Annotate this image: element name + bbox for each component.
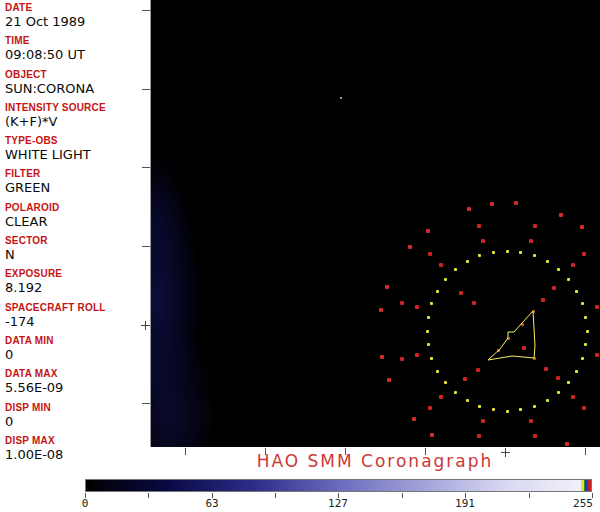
field-label: DISP MIN <box>5 402 150 414</box>
field-value: 21 Oct 1989 <box>5 14 150 30</box>
colorbar-tick-label: 0 <box>82 497 89 510</box>
field-value: 0 <box>5 414 150 430</box>
left-axis-tick <box>142 167 150 168</box>
left-axis-tick <box>142 403 150 404</box>
field-value: N <box>5 247 150 263</box>
field-label: SPACECRAFT ROLL <box>5 302 150 314</box>
field-value: 8.192 <box>5 280 150 296</box>
field-label: DATA MAX <box>5 368 150 380</box>
colorbar-tick-label: 127 <box>328 497 348 510</box>
field-value: CLEAR <box>5 214 150 230</box>
colorbar-tick <box>148 493 149 498</box>
image-title: HAO SMM Coronagraph <box>150 451 600 471</box>
field-data-min: DATA MIN 0 <box>0 335 150 368</box>
field-label: INTENSITY SOURCE <box>5 102 150 114</box>
field-object: OBJECT SUN:CORONA <box>0 69 150 102</box>
field-sector: SECTOR N <box>0 235 150 268</box>
coronagraph-viewer-window: DATE 21 Oct 1989 TIME 09:08:50 UT OBJECT… <box>0 0 600 512</box>
field-spacecraft-roll: SPACECRAFT ROLL -174 <box>0 302 150 335</box>
field-label: DATE <box>5 2 150 14</box>
colorbar-end-stripe <box>584 480 585 491</box>
colorbar-end-stripe <box>581 480 584 491</box>
field-time: TIME 09:08:50 UT <box>0 35 150 68</box>
field-value: 1.00E-08 <box>5 447 150 463</box>
field-label: EXPOSURE <box>5 268 150 280</box>
field-value: 5.56E-09 <box>5 380 150 396</box>
field-value: SUN:CORONA <box>5 81 150 97</box>
field-disp-min: DISP MIN 0 <box>0 402 150 435</box>
metadata-sidebar: DATE 21 Oct 1989 TIME 09:08:50 UT OBJECT… <box>0 0 150 462</box>
field-label: DATA MIN <box>5 335 150 347</box>
field-date: DATE 21 Oct 1989 <box>0 2 150 35</box>
colorbar-tick <box>402 493 403 498</box>
field-value: 09:08:50 UT <box>5 47 150 63</box>
field-type-obs: TYPE-OBS WHITE LIGHT <box>0 135 150 168</box>
colorbar-gradient <box>86 480 591 491</box>
colorbar-tick <box>275 493 276 498</box>
field-label: TYPE-OBS <box>5 135 150 147</box>
field-intensity-source: INTENSITY SOURCE (K+F)*V <box>0 102 150 135</box>
colorbar-tick <box>529 493 530 498</box>
left-axis-tick <box>142 246 150 247</box>
sector-outline <box>151 0 600 447</box>
field-label: FILTER <box>5 168 150 180</box>
field-label: SECTOR <box>5 235 150 247</box>
field-value: (K+F)*V <box>5 114 150 130</box>
field-value: -174 <box>5 314 150 330</box>
field-disp-max: DISP MAX 1.00E-08 <box>0 435 150 468</box>
field-value: GREEN <box>5 180 150 196</box>
left-axis-tick <box>142 10 150 11</box>
field-data-max: DATA MAX 5.56E-09 <box>0 368 150 401</box>
colorbar-end-stripe <box>588 480 591 491</box>
field-exposure: EXPOSURE 8.192 <box>0 268 150 301</box>
image-canvas[interactable] <box>150 0 600 447</box>
field-polaroid: POLAROID CLEAR <box>0 202 150 235</box>
field-value: WHITE LIGHT <box>5 147 150 163</box>
field-label: DISP MAX <box>5 435 150 447</box>
field-label: TIME <box>5 35 150 47</box>
field-value: 0 <box>5 347 150 363</box>
colorbar-end-stripe <box>585 480 588 491</box>
left-axis-major-tick <box>141 321 150 330</box>
field-filter: FILTER GREEN <box>0 168 150 201</box>
intensity-colorbar <box>85 479 592 492</box>
colorbar-tick-label: 191 <box>455 497 475 510</box>
field-label: OBJECT <box>5 69 150 81</box>
colorbar-tick-label: 63 <box>205 497 218 510</box>
colorbar-tick-label: 255 <box>573 497 593 510</box>
left-axis-tick <box>142 89 150 90</box>
field-label: POLAROID <box>5 202 150 214</box>
